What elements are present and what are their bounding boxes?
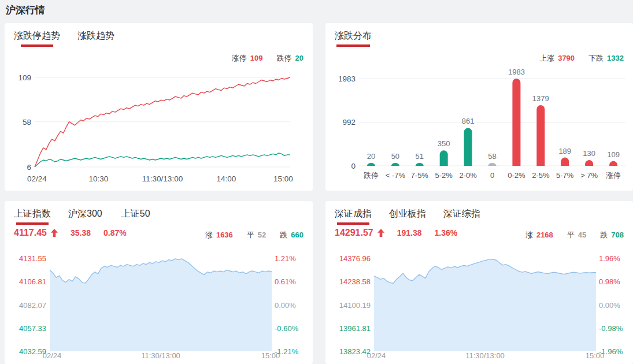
active-tab-underline xyxy=(21,44,53,47)
svg-text:58: 58 xyxy=(488,152,496,161)
tab-updown-trend[interactable]: 涨跌趋势 xyxy=(77,30,114,47)
svg-text:13961.81: 13961.81 xyxy=(339,324,371,333)
svg-text:1.96%: 1.96% xyxy=(599,254,620,263)
svg-text:1.21%: 1.21% xyxy=(275,254,296,263)
sh-index-chart: 4131.551.21%4106.810.61%4082.070.00%4057… xyxy=(5,201,313,364)
svg-text:2-5%: 2-5% xyxy=(532,171,550,180)
tab-sse50[interactable]: 上证50 xyxy=(120,208,152,225)
svg-text:51: 51 xyxy=(416,152,424,161)
tab-csi300[interactable]: 沪深300 xyxy=(68,208,102,225)
svg-text:4106.81: 4106.81 xyxy=(19,277,46,286)
svg-text:0: 0 xyxy=(351,162,356,170)
sz-index-change: 191.38 xyxy=(397,228,422,237)
svg-text:-0.98%: -0.98% xyxy=(599,324,623,333)
svg-text:4057.33: 4057.33 xyxy=(19,324,46,333)
svg-text:0.98%: 0.98% xyxy=(599,277,620,286)
svg-text:5-7%: 5-7% xyxy=(556,171,574,180)
limit-up-stat: 涨停 109 xyxy=(232,53,263,64)
sz-index-panel: 深证成指 创业板指 深证综指 14291.57 191.38 1.36% 涨 2… xyxy=(325,201,633,364)
svg-text:4131.55: 4131.55 xyxy=(19,254,46,263)
svg-text:992: 992 xyxy=(342,118,356,127)
up-arrow-icon xyxy=(51,229,58,237)
down-count-stat: 跌 660 xyxy=(280,230,303,240)
sh-index-quote: 4117.45 35.38 0.87% xyxy=(14,228,127,238)
svg-text:0.00%: 0.00% xyxy=(599,301,620,310)
svg-text:13823.42: 13823.42 xyxy=(339,347,371,356)
svg-text:15:00: 15:00 xyxy=(273,174,293,183)
decliners-value: 1332 xyxy=(607,54,624,62)
sz-index-breadth: 涨 2168 平 45 跌 708 xyxy=(525,230,624,240)
svg-text:11:30/13:00: 11:30/13:00 xyxy=(141,351,180,360)
svg-text:-0.60%: -0.60% xyxy=(275,324,299,333)
svg-text:861: 861 xyxy=(462,117,475,125)
tab-sz-component[interactable]: 深证成指 xyxy=(335,208,372,225)
sh-index-percent: 0.87% xyxy=(103,228,127,237)
decliners-label: 下跌 xyxy=(588,53,604,64)
svg-text:1983: 1983 xyxy=(508,68,525,76)
distribution-header: 涨跌分布 xyxy=(335,30,372,47)
svg-text:0.00%: 0.00% xyxy=(275,301,296,310)
sh-index-tabs: 上证指数 沪深300 上证50 xyxy=(14,208,152,225)
svg-text:14376.96: 14376.96 xyxy=(339,254,371,263)
tab-label: 创业板指 xyxy=(389,209,426,218)
distribution-legend: 上涨 3790 下跌 1332 xyxy=(539,53,624,64)
limit-down-stat: 跌停 20 xyxy=(277,53,303,64)
advancers-stat: 上涨 3790 xyxy=(539,53,575,64)
svg-text:189: 189 xyxy=(558,147,571,155)
svg-text:58: 58 xyxy=(23,118,31,127)
svg-text:< -7%: < -7% xyxy=(386,171,406,180)
svg-text:2-0%: 2-0% xyxy=(459,171,477,180)
svg-text:02/24: 02/24 xyxy=(27,174,47,183)
tab-label: 深证综指 xyxy=(443,209,480,218)
tab-label: 上证指数 xyxy=(14,209,51,218)
svg-text:15:00: 15:00 xyxy=(586,351,605,360)
decliners-stat: 下跌 1332 xyxy=(588,53,624,64)
up-count-stat: 涨 1636 xyxy=(205,230,233,240)
svg-text:14100.19: 14100.19 xyxy=(339,301,371,310)
limit-trend-chart: 65810902/2410:3011:30/13:0014:0015:00 xyxy=(5,23,313,191)
svg-text:15:00: 15:00 xyxy=(261,351,280,360)
active-tab-underline xyxy=(16,222,49,225)
limit-up-label: 涨停 xyxy=(232,53,247,64)
tab-label: 涨跌停趋势 xyxy=(14,31,60,40)
flat-count-stat: 平 52 xyxy=(247,230,266,240)
tab-label: 涨跌趋势 xyxy=(77,31,114,40)
sz-index-price: 14291.57 xyxy=(335,228,373,238)
svg-text:1379: 1379 xyxy=(532,94,549,103)
distribution-chart: 0992198320跌停50< -7%517-5%3505-2%8612-0%5… xyxy=(325,23,633,191)
limit-down-value: 20 xyxy=(295,54,303,62)
advancers-value: 3790 xyxy=(558,54,575,62)
sh-index-panel: 上证指数 沪深300 上证50 4117.45 35.38 0.87% 涨 16… xyxy=(5,201,313,364)
tab-chinext[interactable]: 创业板指 xyxy=(389,208,426,225)
limit-trend-tabs: 涨跌停趋势 涨跌趋势 xyxy=(14,30,114,47)
active-tab-underline xyxy=(337,222,369,225)
limit-trend-panel: 涨跌停趋势 涨跌趋势 涨停 109 跌停 20 65810902/2410:30… xyxy=(5,23,313,191)
svg-text:6: 6 xyxy=(27,163,31,172)
title-underline xyxy=(336,44,370,47)
distribution-panel: 涨跌分布 上涨 3790 下跌 1332 0992198320跌停50< -7%… xyxy=(325,23,633,191)
svg-text:11:30/13:00: 11:30/13:00 xyxy=(465,351,505,360)
svg-text:> 7%: > 7% xyxy=(580,171,598,180)
svg-text:14238.58: 14238.58 xyxy=(339,277,371,286)
tab-limit-updown-trend[interactable]: 涨跌停趋势 xyxy=(14,30,60,47)
up-count-stat: 涨 2168 xyxy=(525,230,553,240)
svg-text:跌停: 跌停 xyxy=(364,171,379,180)
svg-text:20: 20 xyxy=(367,152,375,161)
flat-count-stat: 平 45 xyxy=(567,230,586,240)
limit-up-value: 109 xyxy=(250,54,263,62)
svg-text:02/24: 02/24 xyxy=(43,351,62,360)
tab-sz-composite[interactable]: 深证综指 xyxy=(443,208,480,225)
svg-text:0.61%: 0.61% xyxy=(275,277,296,286)
tab-label: 深证成指 xyxy=(335,209,372,218)
advancers-label: 上涨 xyxy=(539,53,554,64)
svg-text:5-2%: 5-2% xyxy=(435,171,453,180)
svg-text:0-2%: 0-2% xyxy=(508,171,525,180)
svg-text:涨停: 涨停 xyxy=(606,171,621,180)
limit-trend-legend: 涨停 109 跌停 20 xyxy=(232,53,303,64)
svg-text:7-5%: 7-5% xyxy=(411,171,429,180)
svg-text:50: 50 xyxy=(391,152,399,161)
sz-index-chart: 14376.961.96%14238.580.98%14100.190.00%1… xyxy=(325,201,633,364)
page-title: 沪深行情 xyxy=(6,3,45,17)
sh-index-breadth: 涨 1636 平 52 跌 660 xyxy=(205,230,303,240)
tab-sh-composite[interactable]: 上证指数 xyxy=(14,208,51,225)
